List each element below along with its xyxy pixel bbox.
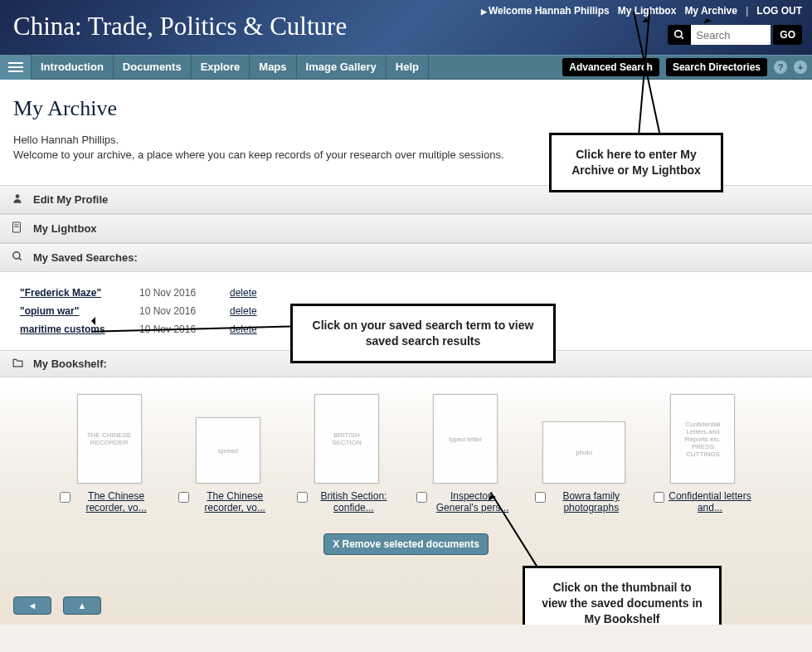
doc-link[interactable]: British Section: confide... [311, 490, 396, 513]
saved-searches-section[interactable]: My Saved Searches: [0, 243, 812, 272]
main-nav: Introduction Documents Explore Maps Imag… [0, 55, 812, 80]
search-icon[interactable] [668, 25, 691, 45]
search-input[interactable] [691, 25, 771, 45]
doc-thumbnail[interactable]: typed letter [433, 394, 498, 484]
arrow-head-icon [642, 14, 650, 22]
saved-search-date: 10 Nov 2016 [139, 287, 210, 299]
separator: | [746, 5, 748, 17]
magnify-icon [12, 251, 25, 265]
bookshelf-item: BRITISH SECTION British Section: confide… [297, 391, 396, 513]
page-prev-button[interactable]: ◄ [13, 596, 51, 615]
doc-link[interactable]: The Chinese recorder, vo... [192, 490, 277, 513]
my-lightbox-label: My Lightbox [33, 222, 97, 235]
bookshelf-item: photo Bowra family photographs [535, 391, 634, 513]
saved-searches-label: My Saved Searches: [33, 251, 138, 264]
doc-link[interactable]: Bowra family photographs [549, 490, 634, 513]
folder-icon [12, 358, 25, 370]
callout-2: Click on your saved search term to view … [290, 304, 556, 363]
nav-explore[interactable]: Explore [192, 55, 250, 80]
nav-image-gallery[interactable]: Image Gallery [297, 55, 387, 80]
saved-search-term[interactable]: "opium war" [20, 305, 79, 317]
remove-selected-button[interactable]: X Remove selected documents [323, 533, 489, 555]
doc-checkbox[interactable] [178, 492, 189, 503]
go-button[interactable]: GO [773, 25, 802, 45]
doc-thumbnail[interactable]: photo [542, 421, 625, 484]
page-title: My Archive [13, 96, 799, 121]
arrow-head-icon [87, 317, 95, 325]
svg-point-0 [675, 31, 682, 37]
edit-profile-label: Edit My Profile [33, 193, 108, 206]
callout-1: Click here to enter My Archive or My Lig… [549, 133, 723, 192]
doc-link[interactable]: The Chinese recorder, vo... [74, 490, 158, 513]
doc-thumbnail[interactable]: spread [196, 417, 260, 484]
saved-search-term[interactable]: "Frederick Maze" [20, 287, 101, 299]
welcome-text: ▶Welcome Hannah Phillips [481, 5, 610, 17]
bookshelf-item: THE CHINESE RECORDER The Chinese recorde… [60, 391, 158, 513]
svg-point-2 [16, 194, 20, 198]
delete-link[interactable]: delete [230, 305, 257, 317]
doc-checkbox[interactable] [60, 492, 71, 503]
remove-bar: X Remove selected documents [10, 533, 802, 555]
doc-link[interactable]: Confidential letters and... [668, 490, 752, 513]
doc-checkbox[interactable] [654, 492, 664, 503]
search-box: GO [668, 25, 802, 45]
doc-checkbox[interactable] [297, 492, 308, 503]
delete-link[interactable]: delete [230, 324, 257, 335]
bookshelf-label: My Bookshelf: [33, 358, 107, 370]
add-icon[interactable]: + [794, 61, 807, 74]
logout-link[interactable]: LOG OUT [756, 5, 802, 17]
nav-maps[interactable]: Maps [250, 55, 296, 80]
bookshelf-item: typed letter Inspector-General's pers... [416, 391, 515, 513]
shelf-grid: THE CHINESE RECORDER The Chinese recorde… [10, 391, 802, 513]
doc-thumbnail[interactable]: THE CHINESE RECORDER [77, 394, 142, 484]
callout-3: Click on the thumbnail to view the saved… [523, 566, 722, 625]
help-icon[interactable]: ? [774, 61, 787, 74]
saved-search-row: "Frederick Maze" 10 Nov 2016 delete [20, 284, 792, 302]
search-directories-button[interactable]: Search Directories [666, 58, 767, 76]
hamburger-icon[interactable] [0, 55, 32, 80]
user-icon [12, 192, 25, 207]
site-title: China: Trade, Politics & Culture [13, 12, 347, 41]
header-banner: China: Trade, Politics & Culture ▶Welcom… [0, 0, 812, 55]
nav-introduction[interactable]: Introduction [32, 55, 114, 80]
triangle-icon: ▶ [481, 7, 487, 16]
page-up-button[interactable]: ▲ [63, 596, 101, 615]
my-lightbox-section[interactable]: My Lightbox [0, 214, 812, 243]
doc-thumbnail[interactable]: Confidential Letters and Reports etc. PR… [670, 394, 735, 484]
bookshelf-item: Confidential Letters and Reports etc. PR… [654, 391, 752, 513]
nav-right: Advanced Search Search Directories ? + [562, 58, 807, 76]
doc-thumbnail[interactable]: BRITISH SECTION [314, 394, 379, 484]
doc-checkbox[interactable] [535, 492, 546, 503]
doc-checkbox[interactable] [416, 492, 427, 503]
bookshelf-item: spread The Chinese recorder, vo... [178, 391, 277, 513]
nav-documents[interactable]: Documents [114, 55, 192, 80]
nav-help[interactable]: Help [387, 55, 429, 80]
svg-line-7 [19, 258, 22, 260]
saved-search-date: 10 Nov 2016 [139, 305, 210, 317]
svg-line-1 [681, 36, 683, 39]
delete-link[interactable]: delete [230, 287, 257, 299]
document-icon [12, 221, 25, 236]
my-archive-link[interactable]: My Archive [684, 5, 737, 17]
nav-menu: Introduction Documents Explore Maps Imag… [32, 55, 429, 80]
saved-search-term[interactable]: maritime customs [20, 324, 105, 335]
svg-point-6 [13, 252, 20, 259]
